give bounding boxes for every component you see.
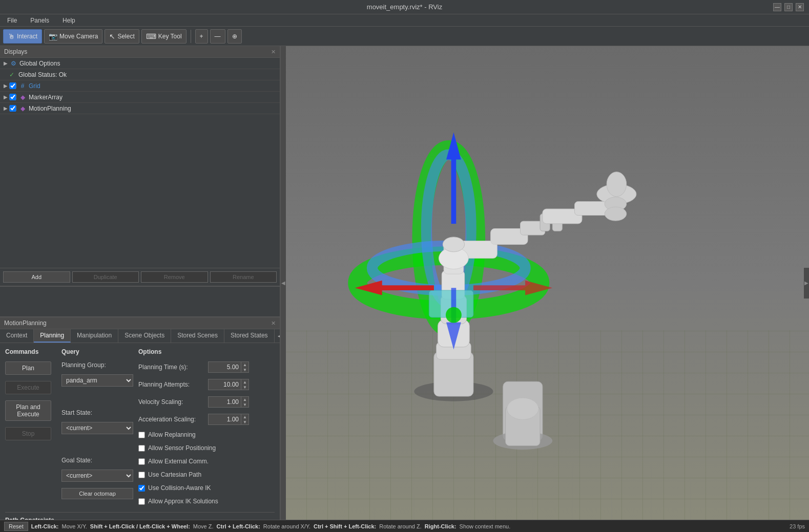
menu-help[interactable]: Help [58, 16, 79, 25]
remove-display-button[interactable]: Remove [141, 271, 208, 283]
left-panel: Displays ✕ ▶ ⚙ Global Options ✓ Global S… [0, 46, 281, 520]
planning-time-down[interactable]: ▼ [241, 367, 248, 372]
add-display-button[interactable]: Add [3, 271, 70, 283]
statusbar-ctrl-shift-key: Ctrl + Shift + Left-Click: [314, 523, 376, 529]
allow-replanning-checkbox[interactable] [138, 432, 145, 438]
clear-octomap-button[interactable]: Clear octomap [61, 488, 133, 499]
expand-icon-global-options[interactable]: ▶ [2, 60, 9, 66]
allow-replanning-label[interactable]: Allow Replanning [148, 431, 196, 438]
acceleration-scaling-spinbox[interactable]: ▲ ▼ [208, 414, 249, 425]
velocity-scaling-up[interactable]: ▲ [241, 397, 248, 402]
expand-icon-markerarray[interactable]: ▶ [2, 94, 9, 100]
menu-file[interactable]: File [3, 16, 21, 25]
select-button[interactable]: ↖ Select [105, 29, 139, 44]
plan-button[interactable]: Plan [5, 361, 51, 375]
panel-collapse-handle[interactable]: ◀ [281, 46, 286, 520]
velocity-scaling-down[interactable]: ▼ [241, 402, 248, 407]
query-title: Query [61, 348, 133, 355]
query-column: Query Planning Group: panda_arm Start St… [61, 348, 133, 507]
display-row-global-options[interactable]: ▶ ⚙ Global Options [0, 58, 280, 69]
use-collision-checkbox[interactable] [138, 485, 145, 492]
svg-point-42 [605, 207, 626, 221]
markerarray-checkbox[interactable] [9, 94, 16, 100]
expand-icon-motionplanning[interactable]: ▶ [2, 105, 9, 111]
use-collision-label[interactable]: Use Collision-Aware IK [148, 484, 211, 492]
minimize-button[interactable]: — [773, 3, 781, 11]
tab-stored-states[interactable]: Stored States [224, 329, 275, 343]
statusbar-shift-key: Shift + Left-Click / Left-Click + Wheel: [90, 523, 190, 529]
add-tool-button[interactable]: + [195, 29, 208, 44]
use-cartesian-label[interactable]: Use Cartesian Path [148, 471, 201, 478]
expand-icon-grid[interactable]: ▶ [2, 83, 9, 89]
acceleration-scaling-input[interactable] [208, 414, 241, 425]
duplicate-display-button[interactable]: Duplicate [72, 271, 139, 283]
interact-button[interactable]: 🖱 Interact [3, 29, 42, 44]
remove-tool-button[interactable]: — [210, 29, 225, 44]
display-row-grid[interactable]: ▶ # Grid [0, 80, 280, 92]
tab-context[interactable]: Context [0, 329, 34, 343]
tab-planning[interactable]: Planning [34, 329, 71, 343]
planning-group-select[interactable]: panda_arm [61, 374, 133, 387]
viewport-3d[interactable]: ▶ [286, 46, 809, 520]
start-state-select[interactable]: <current> [61, 422, 133, 434]
grid-icon: # [18, 82, 27, 90]
acceleration-scaling-up[interactable]: ▲ [241, 414, 248, 419]
displays-collapse-icon[interactable]: ✕ [271, 49, 276, 55]
planning-attempts-down[interactable]: ▼ [241, 385, 248, 390]
tab-manipulation[interactable]: Manipulation [71, 329, 118, 343]
allow-external-row: Allow External Comm. [138, 458, 275, 465]
display-row-motionplanning[interactable]: ▶ ◆ MotionPlanning [0, 103, 280, 114]
planning-attempts-up[interactable]: ▲ [241, 379, 248, 385]
window-controls[interactable]: — □ ✕ [773, 3, 804, 11]
acceleration-scaling-down[interactable]: ▼ [241, 419, 248, 424]
key-tool-button[interactable]: ⌨ Key Tool [141, 29, 186, 44]
grid-checkbox[interactable] [9, 82, 16, 89]
statusbar-rightclick-desc: Show context menu. [460, 523, 511, 529]
displays-footer: Add Duplicate Remove Rename [0, 268, 280, 286]
allow-approx-checkbox[interactable] [138, 498, 145, 505]
stop-button[interactable]: Stop [5, 427, 51, 440]
tabs-row: Context Planning Manipulation Scene Obje… [0, 329, 280, 343]
goal-state-select[interactable]: <current> [61, 470, 133, 482]
tab-arrow-left[interactable]: ◀ [275, 329, 280, 343]
use-cartesian-checkbox[interactable] [138, 472, 145, 478]
right-collapse-handle[interactable]: ▶ [804, 268, 809, 299]
display-row-markerarray[interactable]: ▶ ◆ MarkerArray [0, 92, 280, 103]
tab-scene-objects[interactable]: Scene Objects [118, 329, 171, 343]
planning-time-row: Planning Time (s): ▲ ▼ [138, 361, 275, 373]
allow-external-label[interactable]: Allow External Comm. [148, 458, 209, 465]
velocity-scaling-label: Velocity Scaling: [138, 398, 205, 406]
velocity-scaling-spinbox[interactable]: ▲ ▼ [208, 396, 249, 408]
statusbar-ctrl-key: Ctrl + Left-Click: [217, 523, 260, 529]
acceleration-scaling-label: Acceleration Scaling: [138, 416, 205, 423]
allow-external-checkbox[interactable] [138, 458, 145, 465]
key-tool-icon: ⌨ [146, 32, 156, 40]
camera-button[interactable]: ⊕ [227, 29, 242, 44]
display-row-global-status[interactable]: ✓ Global Status: Ok [0, 69, 280, 80]
execute-button[interactable]: Execute [5, 381, 51, 394]
maximize-button[interactable]: □ [784, 3, 793, 11]
allow-approx-label[interactable]: Allow Approx IK Solutions [148, 498, 218, 505]
allow-sensor-label[interactable]: Allow Sensor Positioning [148, 444, 216, 452]
allow-sensor-checkbox[interactable] [138, 445, 145, 452]
goal-state-label: Goal State: [61, 457, 133, 464]
move-camera-button[interactable]: 📷 Move Camera [44, 29, 102, 44]
planning-time-spinbox[interactable]: ▲ ▼ [208, 361, 249, 373]
planning-attempts-row: Planning Attempts: ▲ ▼ [138, 379, 275, 390]
planning-time-input[interactable] [208, 361, 241, 373]
motion-planning-collapse-icon[interactable]: ✕ [271, 320, 276, 327]
planning-attempts-input[interactable] [208, 379, 241, 390]
planning-time-label: Planning Time (s): [138, 364, 205, 371]
close-button[interactable]: ✕ [796, 3, 804, 11]
rename-display-button[interactable]: Rename [210, 271, 277, 283]
planning-attempts-spinbox[interactable]: ▲ ▼ [208, 379, 249, 390]
motionplanning-checkbox[interactable] [9, 105, 16, 112]
reset-button[interactable]: Reset [4, 522, 28, 531]
statusbar-shift-desc: Move Z. [193, 523, 214, 529]
menu-panels[interactable]: Panels [26, 16, 53, 25]
tab-stored-scenes[interactable]: Stored Scenes [171, 329, 224, 343]
plan-execute-button[interactable]: Plan and Execute [5, 400, 51, 421]
planning-time-up[interactable]: ▲ [241, 362, 248, 367]
velocity-scaling-input[interactable] [208, 396, 241, 408]
use-cartesian-row: Use Cartesian Path [138, 471, 275, 478]
